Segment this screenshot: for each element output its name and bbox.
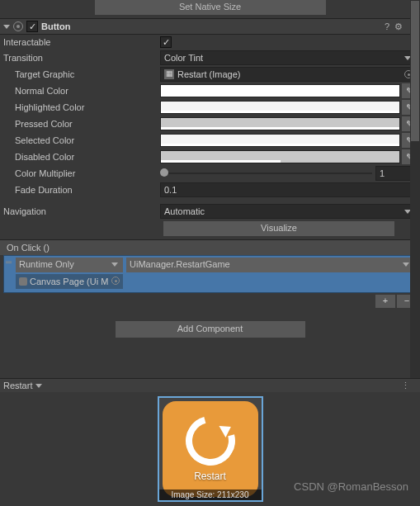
component-title: Button [41, 21, 385, 31]
event-target-field[interactable]: Canvas Page (Ui M [16, 274, 123, 289]
call-state-dropdown[interactable]: Runtime Only [16, 258, 123, 272]
event-target-value: Canvas Page (Ui M [30, 275, 108, 288]
component-enable-checkbox[interactable] [26, 21, 38, 32]
sprite-dimensions: Image Size: 211x230 [159, 489, 262, 500]
object-picker-icon[interactable] [111, 277, 120, 285]
drag-handle-icon[interactable]: ═ [6, 258, 12, 272]
method-dropdown[interactable]: UiManager.RestartGame [126, 258, 414, 272]
disabled-color-label: Disabled Color [3, 152, 160, 162]
pressed-color-label: Pressed Color [3, 119, 160, 129]
visualize-button[interactable]: Visualize [163, 221, 394, 236]
foldout-icon[interactable] [3, 25, 10, 29]
highlighted-color-swatch[interactable] [160, 101, 400, 114]
spacer [6, 274, 12, 289]
preset-icon[interactable]: ⚙ [394, 21, 403, 32]
fade-duration-field[interactable]: 0.1 [160, 182, 417, 197]
target-graphic-field[interactable]: ▦ Restart (Image) [160, 67, 417, 82]
add-event-button[interactable]: + [375, 295, 395, 308]
interactable-checkbox[interactable] [160, 36, 172, 48]
navigation-dropdown[interactable]: Automatic [160, 204, 417, 219]
target-graphic-label: Target Graphic [3, 69, 160, 79]
target-icon [13, 21, 23, 31]
add-component-button[interactable]: Add Component [116, 321, 305, 338]
interactable-label: Interactable [3, 37, 160, 47]
scrollbar[interactable] [410, 0, 420, 381]
set-native-size-button[interactable]: Set Native Size [95, 0, 326, 15]
chevron-down-icon[interactable] [35, 384, 42, 388]
navigation-label: Navigation [3, 206, 160, 216]
restart-icon [177, 407, 244, 475]
sprite-label: Restart [194, 471, 226, 482]
fade-duration-label: Fade Duration [3, 185, 160, 195]
help-icon[interactable]: ? [385, 21, 389, 32]
transition-label: Transition [3, 53, 160, 63]
preview-tab-label: Restart [3, 381, 32, 390]
transition-dropdown[interactable]: Color Tint [160, 50, 417, 65]
watermark: CSDN @RomanBesson [294, 480, 408, 493]
onclick-header: On Click () [0, 239, 420, 255]
sprite-preview: Restart Image Size: 211x230 [158, 396, 263, 502]
highlighted-color-label: Highlighted Color [3, 102, 160, 112]
image-component-icon: ▦ [164, 69, 174, 79]
color-multiplier-label: Color Multiplier [3, 168, 160, 178]
selected-color-swatch[interactable] [160, 134, 400, 147]
component-header[interactable]: Button ? ⚙ ⋮ [0, 18, 420, 35]
normal-color-label: Normal Color [3, 86, 160, 96]
disabled-color-swatch[interactable] [160, 150, 400, 163]
onclick-list: ═ Runtime Only UiManager.RestartGame Can… [3, 255, 417, 293]
pressed-color-swatch[interactable] [160, 117, 400, 130]
preview-header[interactable]: Restart [0, 378, 420, 392]
selected-color-label: Selected Color [3, 135, 160, 145]
color-multiplier-slider[interactable] [160, 166, 372, 181]
target-graphic-value: Restart (Image) [177, 69, 240, 79]
normal-color-swatch[interactable] [160, 84, 400, 97]
gameobject-icon [19, 277, 27, 286]
